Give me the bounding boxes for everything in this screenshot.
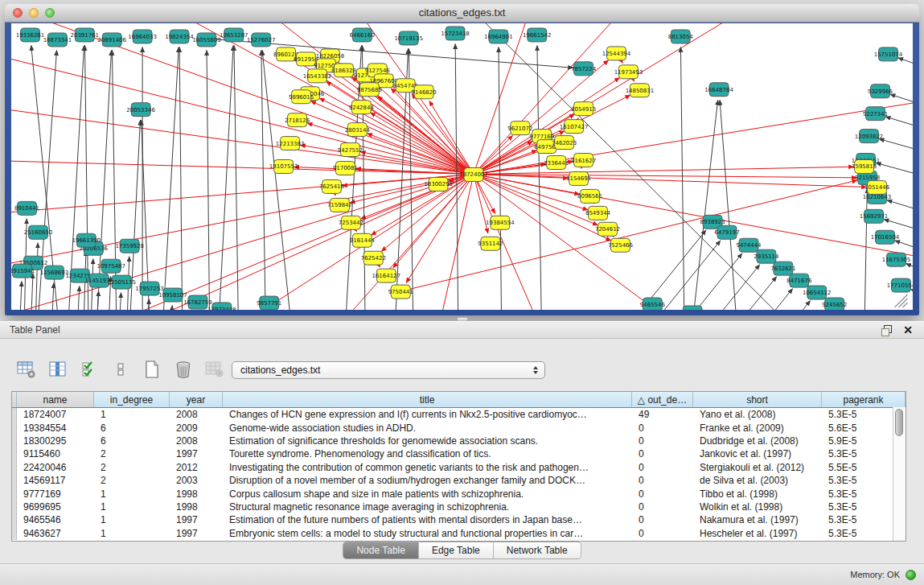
column-header-pagerank[interactable]: pagerank	[822, 392, 906, 407]
table-row[interactable]: 969969511998Structural magnetic resonanc…	[12, 501, 906, 513]
graph-edge[interactable]	[207, 50, 210, 310]
graph-node[interactable]: 12544394	[602, 47, 631, 60]
row-height-icon[interactable]	[109, 358, 133, 381]
graph-node[interactable]: 9329966	[868, 84, 893, 98]
table-selector-dropdown[interactable]: citations_edges.txt	[232, 361, 545, 379]
graph-edge[interactable]	[370, 113, 473, 175]
column-visibility-icon[interactable]	[46, 358, 70, 381]
table-row[interactable]: 1456911722003Disruption of a novel membe…	[12, 474, 906, 487]
graph-edge[interactable]	[118, 293, 121, 310]
graph-node[interactable]: 19824354	[165, 30, 194, 43]
import-table-icon[interactable]	[203, 358, 227, 381]
graph-node[interactable]: 18873341	[43, 33, 72, 47]
graph-node[interactable]: 17359928	[115, 239, 143, 253]
graph-edge[interactable]	[31, 274, 33, 310]
graph-edge[interactable]	[429, 174, 474, 310]
graph-node[interactable]: 1595813	[852, 160, 877, 174]
column-header-year[interactable]: year	[170, 392, 223, 407]
graph-node[interactable]: 9750441	[388, 285, 413, 299]
graph-edge[interactable]	[19, 282, 22, 310]
float-panel-icon[interactable]	[881, 325, 892, 336]
graph-node[interactable]: 1154691	[566, 171, 591, 185]
graph-node[interactable]: 9161444	[350, 233, 376, 247]
graph-edge[interactable]	[898, 58, 913, 80]
resize-grip[interactable]	[894, 295, 907, 307]
graph-node[interactable]: 15692971	[860, 209, 888, 223]
graph-node[interactable]: 2935114	[754, 249, 779, 263]
column-header-short[interactable]: short	[693, 392, 822, 407]
table-row[interactable]: 977716911998Corpus callosum shape and si…	[12, 487, 906, 500]
network-canvas[interactable]: 1872400719336261188733412039176120891406…	[11, 23, 913, 310]
minimize-button[interactable]	[29, 8, 39, 18]
table-options-icon[interactable]	[14, 358, 39, 381]
table-row[interactable]: 1872400712008Changes of HCN gene express…	[12, 408, 906, 421]
graph-node[interactable]: 8910441	[14, 201, 39, 215]
graph-edge[interactable]	[537, 45, 542, 310]
graph-edge[interactable]	[162, 47, 179, 310]
column-header-name[interactable]: name	[17, 392, 94, 407]
graph-edge[interactable]	[455, 43, 458, 310]
graph-node[interactable]: 9242844	[349, 101, 375, 114]
graph-edge[interactable]	[179, 47, 183, 310]
graph-node[interactable]: 2803144	[345, 123, 371, 137]
graph-node[interactable]: 7625416	[319, 179, 344, 193]
graph-edge[interactable]	[690, 100, 717, 310]
table-row[interactable]: 911546021997Tourette syndrome. Phenomeno…	[12, 447, 906, 460]
graph-edge[interactable]	[11, 160, 474, 175]
graph-node[interactable]: 10719135	[394, 31, 422, 45]
graph-edge[interactable]	[647, 230, 706, 303]
tab-edge-table[interactable]: Edge Table	[419, 542, 494, 559]
window-titlebar[interactable]: citations_edges.txt	[5, 4, 919, 23]
graph-node[interactable]: 9896015	[289, 90, 314, 104]
graph-node[interactable]: 3915941	[11, 264, 35, 278]
graph-node[interactable]: 16648784	[704, 83, 733, 97]
graph-node[interactable]: 20391761	[71, 28, 99, 42]
vertical-scrollbar[interactable]	[893, 407, 906, 541]
graph-node[interactable]: 9857791	[257, 296, 281, 310]
graph-node[interactable]: 7857224	[571, 62, 597, 76]
graph-node[interactable]: 7525466	[608, 238, 633, 252]
graph-edge[interactable]	[262, 50, 294, 310]
table-row[interactable]: 946554611997Estimation of the future num…	[12, 513, 906, 526]
graph-edge[interactable]	[96, 291, 98, 310]
graph-edge[interactable]	[890, 94, 913, 116]
graph-edge[interactable]	[885, 117, 913, 139]
graph-node[interactable]: 7253442	[339, 216, 363, 229]
graph-node[interactable]: 7462023	[552, 136, 577, 150]
tab-network-table[interactable]: Network Table	[494, 542, 581, 559]
graph-edge[interactable]	[680, 47, 684, 310]
graph-edge[interactable]	[170, 305, 172, 310]
graph-node[interactable]: 17710554	[887, 278, 913, 292]
graph-node[interactable]: 19384554	[486, 216, 515, 229]
graph-edge[interactable]	[910, 290, 913, 310]
graph-edge[interactable]	[261, 50, 266, 310]
delete-table-icon[interactable]	[171, 358, 195, 381]
graph-node[interactable]: 2718126	[285, 113, 310, 127]
graph-edge[interactable]	[499, 47, 502, 310]
graph-edge[interactable]	[717, 277, 777, 310]
graph-node[interactable]: 16964901	[484, 30, 512, 43]
graph-node[interactable]: 9170081	[333, 162, 358, 175]
graph-node[interactable]: 9875685	[357, 83, 382, 97]
close-button[interactable]	[13, 8, 23, 18]
column-header-in_degree[interactable]: in_degree	[94, 392, 170, 407]
graph-node[interactable]: 15723418	[441, 27, 469, 40]
graph-node[interactable]: 7159847	[327, 198, 352, 212]
graph-edge[interactable]	[864, 188, 868, 310]
graph-node[interactable]: 1051446	[864, 180, 889, 194]
graph-edge[interactable]	[234, 45, 239, 310]
graph-node[interactable]: 8471676	[786, 274, 811, 287]
graph-node[interactable]: 17016504	[871, 230, 900, 244]
graph-node[interactable]: 20891406	[97, 33, 125, 47]
graph-node[interactable]: 2054913	[571, 102, 596, 116]
graph-node[interactable]: 25160650	[24, 225, 52, 239]
graph-node[interactable]: 20053346	[126, 103, 154, 117]
row-selection-icon[interactable]	[77, 358, 101, 381]
graph-node[interactable]: 8549344	[585, 206, 611, 220]
graph-node[interactable]: 6466160	[350, 28, 375, 42]
graph-edge[interactable]	[11, 174, 474, 272]
graph-node[interactable]: 9427552	[338, 143, 363, 157]
graph-node[interactable]: 8186328	[331, 64, 356, 77]
column-header-out_degree[interactable]: △ out_de…	[632, 392, 693, 407]
table-row[interactable]: 1938455462009Genome-wide association stu…	[12, 421, 906, 434]
